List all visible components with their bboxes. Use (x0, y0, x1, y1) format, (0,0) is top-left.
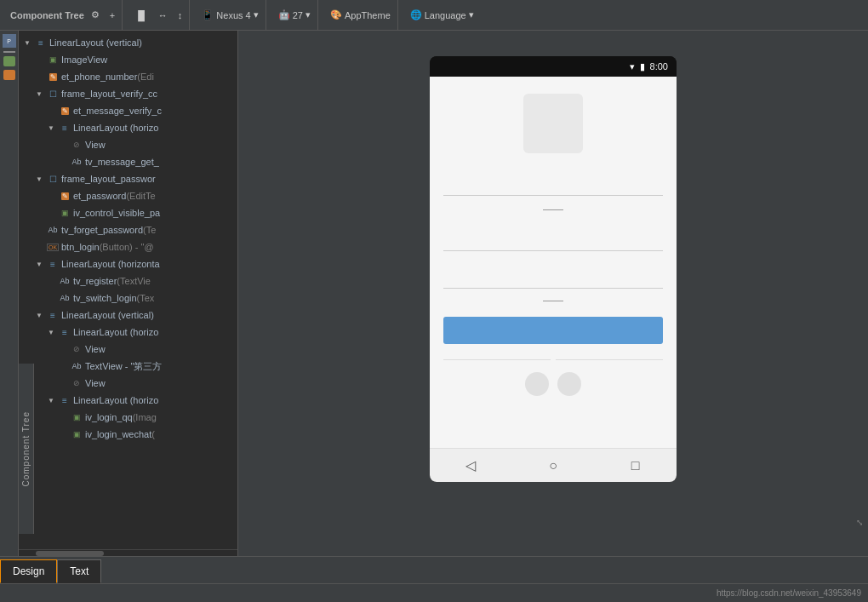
tree-node[interactable]: ▼ ≡ LinearLayout (horizo (19, 392, 237, 409)
toolbar-component-tree-section: Component Tree ⚙ + (7, 0, 123, 30)
layout-columns-button[interactable]: ▐▌ (131, 9, 151, 22)
tree-node[interactable]: ✎ et_message_verify_c (19, 102, 237, 119)
status-signal: ▾ (630, 61, 635, 72)
toolbar-api-section: 🤖 27 ▾ (271, 0, 318, 30)
tree-node[interactable]: ▼ ≡ LinearLayout (horizo (19, 324, 237, 341)
tree-node[interactable]: Ab tv_forget_password (Te (19, 221, 237, 238)
phone-input-verify (443, 224, 663, 251)
phone-login-button (443, 317, 663, 344)
status-battery: ▮ (640, 61, 645, 72)
tree-node[interactable]: ▼ ≡ LinearLayout (vertical) (19, 307, 237, 324)
phone-sep-right (556, 359, 663, 360)
phone-sep-left (443, 359, 551, 360)
tree-node[interactable]: Ab TextView - "第三方 (19, 358, 237, 375)
phone-mockup: ▾ ▮ 8:00 (430, 56, 677, 482)
palette-icon-1[interactable] (3, 56, 15, 66)
tab-text[interactable]: Text (57, 559, 101, 583)
palette-icon-2[interactable] (3, 70, 15, 80)
tab-design[interactable]: Design (0, 559, 57, 583)
tree-node[interactable]: ✎ et_password (EditTe (19, 187, 237, 204)
bottom-tabs: Design Text (0, 556, 868, 583)
tree-node[interactable]: ▣ ImageView (19, 51, 237, 68)
tree-node[interactable]: ▼ ☐ frame_layout_verify_cc (19, 85, 237, 102)
phone-third-party-row (525, 372, 581, 396)
tree-node[interactable]: ▣ iv_login_qq (Imag (19, 409, 237, 426)
tree-node[interactable]: ▼ ≡ LinearLayout (horizonta (19, 255, 237, 272)
toolbar-language-section: 🌐 Language ▾ (403, 0, 481, 30)
layout-vertical-button[interactable]: ↕ (174, 9, 186, 22)
phone-input-password (443, 261, 663, 289)
toolbar: Component Tree ⚙ + ▐▌ ↔ ↕ 📱 Nexus 4 ▾ 🤖 … (0, 0, 868, 31)
api-selector-button[interactable]: 🤖 27 ▾ (275, 8, 314, 22)
tree-node[interactable]: ✎ et_phone_number (Edi (19, 68, 237, 85)
status-bar: https://blog.csdn.net/weixin_43953649 (0, 583, 868, 602)
tree-horizontal-scrollbar[interactable] (19, 549, 237, 556)
phone-main-content (430, 77, 677, 448)
component-tree-vertical-label[interactable]: Component Tree (19, 364, 34, 534)
main-area: P Component Tree ▼ ≡ LinearLayout (verti… (0, 31, 868, 556)
phone-divider-2 (543, 301, 563, 301)
design-area[interactable]: ▾ ▮ 8:00 (238, 31, 868, 556)
tree-node[interactable]: ▼ ≡ LinearLayout (vertical) (19, 34, 237, 51)
phone-status-bar: ▾ ▮ 8:00 (430, 56, 677, 77)
theme-selector-button[interactable]: 🎨 AppTheme (327, 8, 394, 22)
phone-input-phone (443, 169, 663, 196)
phone-qq-icon (525, 372, 549, 396)
phone-separator-row (443, 359, 663, 360)
component-tree: ▼ ≡ LinearLayout (vertical) ▣ ImageView … (19, 31, 238, 556)
status-time: 8:00 (650, 61, 668, 72)
phone-screen (430, 77, 677, 448)
tree-node[interactable]: ⊘ View (19, 341, 237, 358)
layout-horizontal-button[interactable]: ↔ (155, 9, 171, 22)
language-selector-button[interactable]: 🌐 Language ▾ (407, 8, 477, 22)
palette-divider (3, 51, 15, 53)
nav-back-button[interactable]: ◁ (459, 454, 483, 478)
phone-divider-1 (543, 209, 563, 210)
tree-node[interactable]: ▣ iv_login_wechat ( (19, 426, 237, 443)
device-selector-button[interactable]: 📱 Nexus 4 ▾ (198, 8, 261, 22)
tree-node[interactable]: ⊘ View (19, 136, 237, 153)
tree-node[interactable]: Ab tv_message_get_ (19, 153, 237, 170)
nav-recent-button[interactable]: □ (624, 454, 648, 478)
phone-logo (523, 94, 583, 153)
bottom-section: Design Text https://blog.csdn.net/weixin… (0, 556, 868, 602)
tree-node[interactable]: OK btn_login (Button) - "@ (19, 238, 237, 255)
tree-node[interactable]: ▼ ≡ LinearLayout (horizo (19, 119, 237, 136)
toolbar-device-section: 📱 Nexus 4 ▾ (195, 0, 266, 30)
toolbar-gear-button[interactable]: ⚙ (88, 8, 103, 22)
component-tree-title: Component Tree (10, 10, 84, 20)
nav-home-button[interactable]: ○ (541, 454, 565, 478)
tree-content[interactable]: ▼ ≡ LinearLayout (vertical) ▣ ImageView … (19, 31, 237, 549)
palette-item[interactable]: P (3, 34, 16, 48)
toolbar-add-button[interactable]: + (106, 9, 118, 22)
tree-node[interactable]: ▣ iv_control_visible_pa (19, 204, 237, 221)
tree-node[interactable]: ▼ ☐ frame_layout_passwor (19, 170, 237, 187)
tree-hscroll-thumb[interactable] (36, 551, 104, 556)
vertical-label-text: Component Tree (21, 411, 31, 487)
tree-node[interactable]: ⊘ View (19, 375, 237, 392)
component-tree-panel: Component Tree ▼ ≡ LinearLayout (vertica… (19, 31, 238, 556)
toolbar-theme-section: 🎨 AppTheme (323, 0, 398, 30)
tree-node[interactable]: Ab tv_switch_login (Tex (19, 290, 237, 307)
phone-nav-bar: ◁ ○ □ (430, 448, 677, 482)
tree-node[interactable]: Ab tv_register (TextVie (19, 272, 237, 290)
resize-corner[interactable]: ⤡ (856, 518, 863, 527)
palette-strip: P (0, 31, 19, 556)
status-url: https://blog.csdn.net/weixin_43953649 (717, 588, 861, 598)
toolbar-layout-section: ▐▌ ↔ ↕ (128, 0, 190, 30)
phone-wechat-icon (557, 372, 581, 396)
